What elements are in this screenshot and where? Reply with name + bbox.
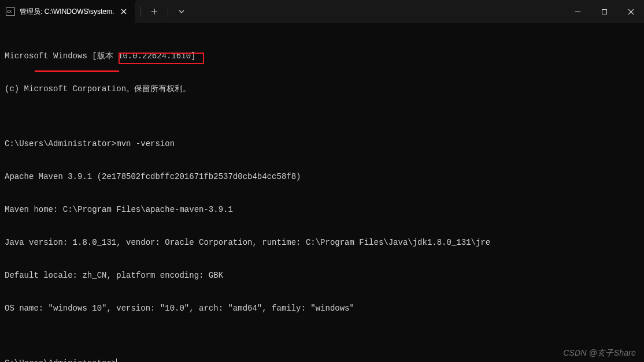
maximize-button[interactable] (591, 9, 617, 15)
close-icon (121, 9, 127, 14)
terminal-icon: cx (6, 8, 15, 16)
tabbar (135, 0, 644, 23)
window-controls (564, 9, 644, 15)
annotation-underline (35, 64, 119, 72)
prompt-text: C:\Users\Administrator> (5, 359, 116, 362)
tab-dropdown-button[interactable] (172, 3, 191, 20)
output-line: Java version: 1.8.0_131, vendor: Oracle … (5, 237, 639, 248)
chevron-down-icon (179, 9, 184, 14)
svg-rect-0 (602, 9, 606, 14)
titlebar: cx 管理员: C:\WINDOWS\system. (0, 0, 644, 23)
terminal-output[interactable]: Microsoft Windows [版本 10.0.22624.1610] (… (0, 23, 644, 362)
output-line: C:\Users\Administrator>mvn -version (5, 139, 639, 150)
plus-icon (151, 8, 158, 15)
output-line: (c) Microsoft Corporation。保留所有权利。 (5, 84, 639, 95)
minimize-icon (575, 9, 581, 15)
tab-title: 管理员: C:\WINDOWS\system. (20, 7, 114, 17)
tab-separator-2 (168, 6, 168, 17)
tab-active[interactable]: cx 管理员: C:\WINDOWS\system. (0, 0, 135, 23)
close-window-button[interactable] (617, 9, 644, 15)
tab-separator (140, 6, 141, 17)
prompt-text: C:\Users\Administrator> (5, 139, 116, 148)
output-line: C:\Users\Administrator> (5, 358, 639, 362)
watermark: CSDN @玄子Share (563, 348, 636, 359)
minimize-button[interactable] (564, 9, 591, 15)
cursor (116, 359, 117, 362)
output-line: Default locale: zh_CN, platform encoding… (5, 270, 639, 281)
output-line: OS name: "windows 10", version: "10.0", … (5, 303, 639, 314)
output-line: Maven home: C:\Program Files\apache-mave… (5, 204, 639, 215)
new-tab-button[interactable] (145, 3, 164, 20)
output-line: Microsoft Windows [版本 10.0.22624.1610] (5, 51, 639, 62)
command-text: mvn -version (116, 139, 175, 148)
output-line: Apache Maven 3.9.1 (2e178502fcdbffc20167… (5, 171, 639, 182)
close-icon (628, 9, 634, 15)
maximize-icon (601, 9, 608, 15)
tab-close-button[interactable] (119, 6, 129, 17)
